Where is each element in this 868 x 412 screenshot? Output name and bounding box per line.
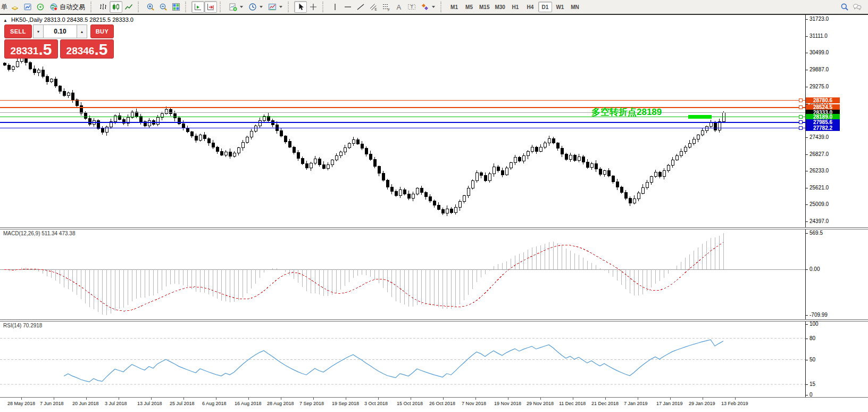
vertical-line-icon [331, 3, 339, 11]
axis-tick-mark [805, 188, 808, 188]
time-axis[interactable]: 28 May 20187 Jun 201820 Jun 20183 Jul 20… [0, 398, 868, 412]
arrows-tool-button[interactable] [418, 1, 438, 13]
volume-input[interactable] [44, 24, 77, 38]
macd-tick--709.99: -709.99 [809, 312, 828, 318]
time-axis-tick [735, 398, 736, 400]
svg-text:T: T [411, 4, 414, 10]
price-line-label-27985.6: 27985.6 [806, 119, 840, 125]
tile-windows-button[interactable] [170, 1, 182, 13]
date-label: 13 Feb 2019 [721, 401, 748, 406]
panel-separator[interactable] [0, 227, 868, 229]
text-label-button[interactable]: T [405, 1, 418, 13]
axis-tick-mark [805, 53, 808, 53]
buy-price-int: 28346 [66, 45, 95, 57]
time-axis-tick [605, 398, 606, 400]
time-axis-tick [540, 398, 541, 400]
dropdown-caret-icon [432, 6, 435, 8]
time-axis-tick [216, 398, 216, 400]
timeframe-button-m30[interactable]: M30 [493, 2, 507, 12]
candlestick-chart-button[interactable] [110, 1, 122, 13]
new-order-button[interactable] [9, 1, 21, 13]
date-label: 13 Jul 2018 [137, 401, 162, 406]
timeframe-button-m5[interactable]: M5 [462, 2, 476, 12]
navigator-button[interactable] [34, 1, 47, 13]
macd-label: MACD(12,26,9) 511.34 473.38 [3, 230, 75, 236]
crosshair-button[interactable] [307, 1, 320, 13]
rsi-tick-15: 15 [809, 381, 815, 387]
buy-price[interactable]: 28346.5 [60, 39, 114, 59]
new-order-label-clipped[interactable]: 单 [1, 3, 7, 12]
collapse-icon[interactable]: ▲ [3, 18, 7, 23]
axis-tick-mark [805, 395, 808, 395]
crosshair-icon [309, 3, 318, 11]
rsi-chart-canvas[interactable] [0, 321, 805, 397]
macd-chart-canvas[interactable] [0, 229, 805, 319]
chart-shift-button[interactable] [204, 1, 217, 13]
new-chart-icon [229, 3, 237, 11]
text-tool-button[interactable]: A [393, 1, 405, 13]
time-axis-tick [443, 398, 444, 400]
trendline-button[interactable] [354, 1, 367, 13]
sell-button[interactable]: SELL [4, 24, 32, 38]
sell-price[interactable]: 28331.5 [4, 39, 58, 59]
time-axis-tick [573, 398, 573, 400]
time-axis-tick [54, 398, 54, 400]
time-axis-tick [411, 398, 411, 400]
date-label: 3 Jul 2018 [105, 401, 127, 406]
date-label: 29 Nov 2018 [527, 401, 554, 406]
timeframe-button-mn[interactable]: MN [568, 2, 582, 12]
zoom-in-button[interactable] [144, 1, 157, 13]
axis-tick-mark [805, 154, 808, 155]
time-axis-tick [21, 398, 22, 400]
zoom-out-button[interactable] [157, 1, 170, 13]
equidistant-channel-button[interactable]: E [367, 1, 380, 13]
panel-separator[interactable] [0, 319, 868, 322]
chat-button[interactable] [851, 1, 864, 13]
price-line-label-27782.2: 27782.2 [806, 125, 840, 131]
date-label: 7 Jun 2018 [40, 401, 64, 406]
timeframe-button-m1[interactable]: M1 [447, 2, 461, 12]
time-axis-tick [346, 398, 346, 400]
templates-button[interactable] [265, 1, 285, 13]
volume-increase-button[interactable]: ▲ [77, 24, 87, 38]
volume-decrease-button[interactable]: ▼ [33, 24, 44, 38]
timeframe-button-w1[interactable]: W1 [553, 2, 567, 12]
line-chart-button[interactable] [122, 1, 135, 13]
time-axis-tick [703, 398, 703, 400]
timeframe-button-d1[interactable]: D1 [538, 2, 552, 12]
market-watch-button[interactable] [21, 1, 34, 13]
text-label-icon: T [407, 3, 416, 11]
auto-scroll-button[interactable] [191, 1, 204, 13]
price-tick-25621.0: 25621.0 [809, 185, 829, 191]
horizontal-line-button[interactable] [341, 1, 354, 13]
toolbar: 单 自动交易 [0, 0, 868, 14]
chart-shift-icon [206, 3, 215, 11]
search-button[interactable] [838, 1, 851, 13]
timeframe-button-h1[interactable]: H1 [508, 2, 522, 12]
bar-chart-button[interactable] [97, 1, 110, 13]
cursor-button[interactable] [294, 1, 307, 13]
buy-button[interactable]: BUY [90, 24, 114, 38]
cursor-icon [296, 3, 305, 11]
auto-scroll-icon [194, 3, 202, 11]
axis-tick-mark [805, 233, 808, 234]
time-axis-tick [248, 398, 249, 400]
periods-button[interactable] [246, 1, 265, 13]
price-chart-canvas[interactable] [0, 15, 805, 227]
axis-tick-mark [805, 315, 808, 316]
timeframe-button-m15[interactable]: M15 [477, 2, 491, 12]
date-label: 19 Sep 2018 [332, 401, 359, 406]
one-click-trading-panel: SELL ▼ ▲ BUY 28331.5 28346.5 [4, 24, 114, 59]
new-chart-button[interactable] [226, 1, 246, 13]
timeframe-button-h4[interactable]: H4 [523, 2, 537, 12]
fibonacci-button[interactable]: F [380, 1, 393, 13]
arrows-tool-icon [421, 3, 429, 11]
axis-tick-mark [805, 339, 808, 339]
vertical-line-button[interactable] [329, 1, 341, 13]
date-label: 26 Oct 2018 [429, 401, 455, 406]
date-label: 29 Jan 2019 [689, 401, 715, 406]
time-axis-tick [670, 398, 671, 400]
autotrading-button[interactable]: 自动交易 [47, 1, 88, 13]
price-line-label-28189.0: 28189.0 [806, 114, 840, 120]
dropdown-caret-icon [240, 6, 243, 8]
